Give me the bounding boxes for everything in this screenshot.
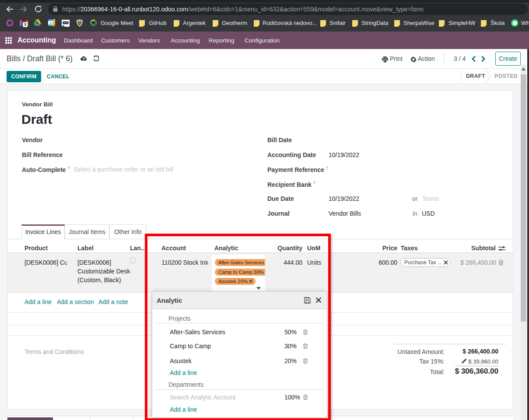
- svg-text:17: 17: [49, 21, 53, 25]
